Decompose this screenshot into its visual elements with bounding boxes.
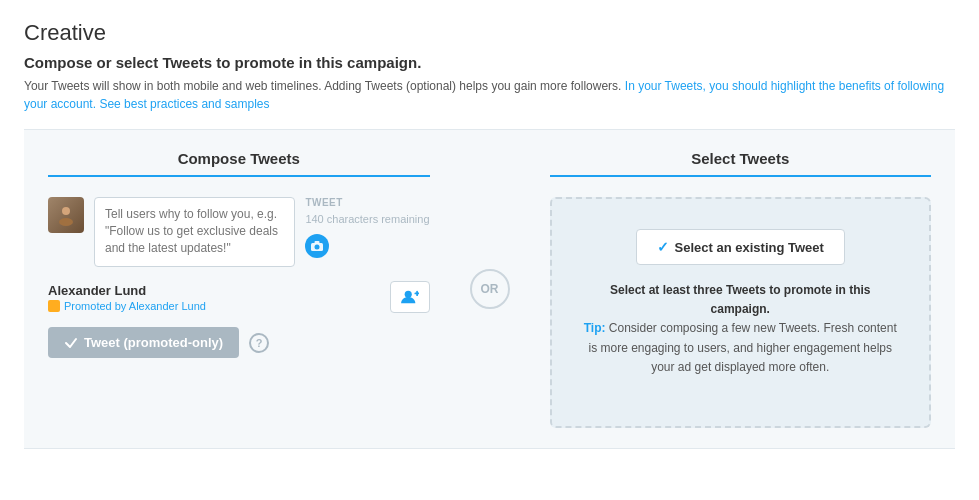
select-existing-tweet-button[interactable]: ✓ Select an existing Tweet	[636, 229, 845, 265]
svg-point-5	[404, 291, 411, 298]
select-tweet-box: ✓ Select an existing Tweet Select at lea…	[550, 197, 932, 428]
content-area: Compose Tweets TWEET 140 characters rema…	[24, 129, 955, 449]
select-heading: Select Tweets	[550, 150, 932, 177]
tip-label: Tip:	[584, 321, 606, 335]
user-name: Alexander Lund	[48, 283, 206, 298]
add-user-button[interactable]	[390, 281, 430, 313]
avatar-image	[48, 197, 84, 233]
svg-rect-4	[315, 241, 320, 244]
page-subtitle: Compose or select Tweets to promote in t…	[24, 54, 955, 71]
best-practices-link[interactable]: See best practices and samples	[99, 97, 269, 111]
promoted-icon	[48, 300, 60, 312]
page-description: Your Tweets will show in both mobile and…	[24, 77, 955, 113]
compose-area: TWEET 140 characters remaining	[48, 197, 430, 267]
tweet-label: TWEET	[305, 197, 429, 208]
user-info: Alexander Lund Promoted by Alexander Lun…	[48, 281, 430, 313]
user-details: Alexander Lund Promoted by Alexander Lun…	[48, 283, 206, 312]
select-panel: Select Tweets ✓ Select an existing Tweet…	[526, 130, 956, 448]
or-circle: OR	[470, 269, 510, 309]
svg-point-3	[315, 245, 320, 250]
or-divider: OR	[454, 130, 526, 448]
svg-point-0	[62, 207, 70, 215]
hint-tip-text: Consider composing a few new Tweets. Fre…	[588, 321, 896, 373]
promoted-by: Promoted by Alexander Lund	[48, 300, 206, 312]
compose-heading: Compose Tweets	[48, 150, 430, 177]
page-title: Creative	[24, 20, 955, 46]
select-hint: Select at least three Tweets to promote …	[580, 281, 900, 377]
hint-strong: Select at least three Tweets to promote …	[610, 283, 871, 316]
tweet-meta: TWEET 140 characters remaining	[305, 197, 429, 258]
checkmark-icon: ✓	[657, 239, 669, 255]
tweet-promoted-button[interactable]: Tweet (promoted-only)	[48, 327, 239, 358]
svg-point-1	[59, 218, 73, 226]
avatar	[48, 197, 84, 233]
page-container: Creative Compose or select Tweets to pro…	[0, 0, 979, 469]
tweet-input[interactable]	[94, 197, 295, 267]
chars-remaining: 140 characters remaining	[305, 212, 429, 226]
description-text: Your Tweets will show in both mobile and…	[24, 79, 621, 93]
compose-panel: Compose Tweets TWEET 140 characters rema…	[24, 130, 454, 448]
help-icon[interactable]: ?	[249, 333, 269, 353]
camera-icon[interactable]	[305, 234, 329, 258]
footer-row: Tweet (promoted-only) ?	[48, 327, 430, 358]
